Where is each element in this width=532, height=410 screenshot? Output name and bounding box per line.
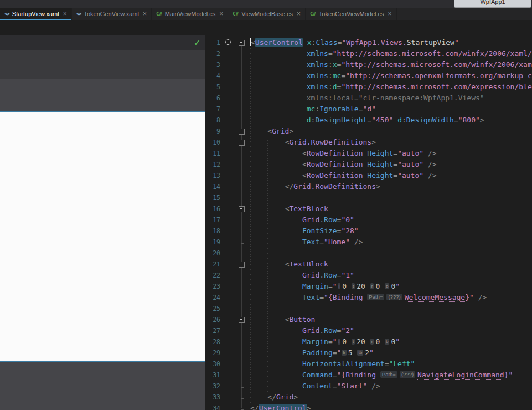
editor-tab[interactable]: <>StartupView.xaml× <box>0 8 72 20</box>
fold-collapse-box[interactable] <box>239 206 245 212</box>
code-line[interactable]: 8 d:DesignHeight="450" d:DesignWidth="80… <box>208 115 532 126</box>
inline-hint-chip: l <box>338 283 341 289</box>
fold-collapse-box[interactable] <box>239 40 245 46</box>
code-line[interactable]: 25 <box>208 303 532 314</box>
design-surface[interactable] <box>0 112 205 361</box>
code-line[interactable]: 19 Text="Home" /> <box>208 237 532 248</box>
main-split-area: ✓ 1<UserControl x:Class="WpfApp1.Views.S… <box>0 20 532 410</box>
code-line[interactable]: 23 Margin="l0 t20 r0 b0" <box>208 281 532 292</box>
code-line[interactable]: 1<UserControl x:Class="WpfApp1.Views.Sta… <box>208 37 532 48</box>
glyph-margin <box>220 381 237 392</box>
editor-tab[interactable]: C#TokenGenViewModel.cs× <box>306 8 397 20</box>
code-line[interactable]: 2 xmlns="http://schemas.microsoft.com/wi… <box>208 48 532 59</box>
fold-margin <box>237 314 246 325</box>
glyph-margin <box>220 148 237 159</box>
code-line[interactable]: 17 Grid.Row="0" <box>208 214 532 226</box>
fold-margin <box>237 37 246 48</box>
fold-margin <box>237 270 246 281</box>
code-line[interactable]: 10 <Grid.RowDefinitions> <box>208 137 532 148</box>
code-line[interactable]: 24 Text="{Binding Path=(???)WelcomeMessa… <box>208 292 532 303</box>
code-line[interactable]: 3 xmlns:x="http://schemas.microsoft.com/… <box>208 59 532 70</box>
glyph-margin <box>220 70 237 81</box>
code-text: Margin="l0 t20 r0 b0" <box>246 281 400 292</box>
code-line[interactable]: 5 xmlns:d="http://schemas.microsoft.com/… <box>208 81 532 93</box>
code-line[interactable]: 14 </Grid.RowDefinitions> <box>208 181 532 192</box>
code-line[interactable]: 6 xmlns:local="clr-namespace:WpfApp1.Vie… <box>208 93 532 104</box>
fold-end-marker <box>241 406 244 410</box>
glyph-margin <box>220 325 237 336</box>
fold-margin <box>237 292 246 303</box>
code-line[interactable]: 33 </Grid> <box>208 392 532 403</box>
code-line[interactable]: 22 Grid.Row="1" <box>208 270 532 281</box>
tab-close-icon[interactable]: × <box>63 10 67 18</box>
glyph-margin <box>220 93 237 104</box>
code-line[interactable]: 11 <RowDefinition Height="auto" /> <box>208 148 532 159</box>
project-dropdown[interactable]: WpfApp1 <box>454 0 531 8</box>
tab-close-icon[interactable]: × <box>143 10 147 18</box>
fold-margin <box>237 248 246 259</box>
code-line[interactable]: 15 <box>208 192 532 203</box>
fold-collapse-box[interactable] <box>239 262 245 268</box>
code-line[interactable]: 21 <TextBlock <box>208 259 532 270</box>
code-text: <TextBlock <box>246 259 328 270</box>
code-line[interactable]: 13 <RowDefinition Height="auto" /> <box>208 170 532 181</box>
code-line[interactable]: 26 <Button <box>208 314 532 325</box>
editor-tab[interactable]: C#ViewModelBase.cs× <box>228 8 306 20</box>
code-line[interactable]: 34</UserControl> <box>208 403 532 410</box>
glyph-margin <box>220 226 237 237</box>
inline-hint-chip: Path= <box>380 371 397 378</box>
code-line[interactable]: 18 FontSize="28" <box>208 226 532 237</box>
fold-margin <box>237 170 246 181</box>
csharp-file-icon: C# <box>310 11 316 17</box>
line-number: 5 <box>208 81 220 93</box>
code-text: xmlns="http://schemas.microsoft.com/winf… <box>246 48 532 59</box>
fold-margin <box>237 115 246 126</box>
line-number: 3 <box>208 59 220 70</box>
code-editor[interactable]: 1<UserControl x:Class="WpfApp1.Views.Sta… <box>208 20 532 410</box>
code-line[interactable]: 20 <box>208 248 532 259</box>
line-number: 32 <box>208 381 220 392</box>
code-text: Margin="l0 t20 r0 b0" <box>246 336 400 347</box>
line-number: 16 <box>208 203 220 214</box>
fold-collapse-box[interactable] <box>239 317 245 323</box>
line-number: 6 <box>208 93 220 104</box>
code-line[interactable]: 31 Command="{Binding Path=(???)NavigateL… <box>208 370 532 381</box>
code-line[interactable]: 7 mc:Ignorable="d" <box>208 104 532 115</box>
glyph-margin <box>220 137 237 148</box>
glyph-margin <box>220 170 237 181</box>
code-line[interactable]: 4 xmlns:mc="http://schemas.openxmlformat… <box>208 70 532 81</box>
code-text: Padding="lr5 tb2" <box>246 347 374 358</box>
tab-close-icon[interactable]: × <box>219 10 223 18</box>
fold-margin <box>237 325 246 336</box>
code-line[interactable]: 29 Padding="lr5 tb2" <box>208 347 532 358</box>
editor-tab[interactable]: C#MainViewModel.cs× <box>152 8 228 20</box>
code-text: Content="Start" /> <box>246 381 380 392</box>
tab-close-icon[interactable]: × <box>297 10 301 18</box>
code-text: xmlns:d="http://schemas.microsoft.com/ex… <box>246 81 532 93</box>
code-line[interactable]: 30 HorizontalAlignment="Left" <box>208 358 532 370</box>
fold-margin <box>237 70 246 81</box>
line-number: 13 <box>208 170 220 181</box>
code-line[interactable]: 12 <RowDefinition Height="auto" /> <box>208 159 532 170</box>
code-line[interactable]: 32 Content="Start" /> <box>208 381 532 392</box>
code-line[interactable]: 16 <TextBlock <box>208 203 532 214</box>
fold-collapse-box[interactable] <box>239 140 245 146</box>
lightbulb-icon[interactable] <box>225 39 231 45</box>
line-number: 11 <box>208 148 220 159</box>
code-line[interactable]: 9 <Grid> <box>208 126 532 137</box>
tab-close-icon[interactable]: × <box>388 10 392 18</box>
code-text: </Grid> <box>246 392 298 403</box>
code-line[interactable]: 27 Grid.Row="2" <box>208 325 532 336</box>
editor-tab[interactable]: <>TokenGenView.xaml× <box>72 8 152 20</box>
glyph-margin <box>220 192 237 203</box>
glyph-margin <box>220 237 237 248</box>
line-number: 24 <box>208 292 220 303</box>
line-number: 22 <box>208 270 220 281</box>
fold-collapse-box[interactable] <box>239 129 245 135</box>
code-text <box>246 192 250 203</box>
code-text: Grid.Row="0" <box>246 214 354 226</box>
code-line[interactable]: 28 Margin="l0 t20 r0 b0" <box>208 336 532 347</box>
fold-end-marker <box>241 384 244 388</box>
fold-margin <box>237 392 246 403</box>
glyph-margin <box>220 303 237 314</box>
